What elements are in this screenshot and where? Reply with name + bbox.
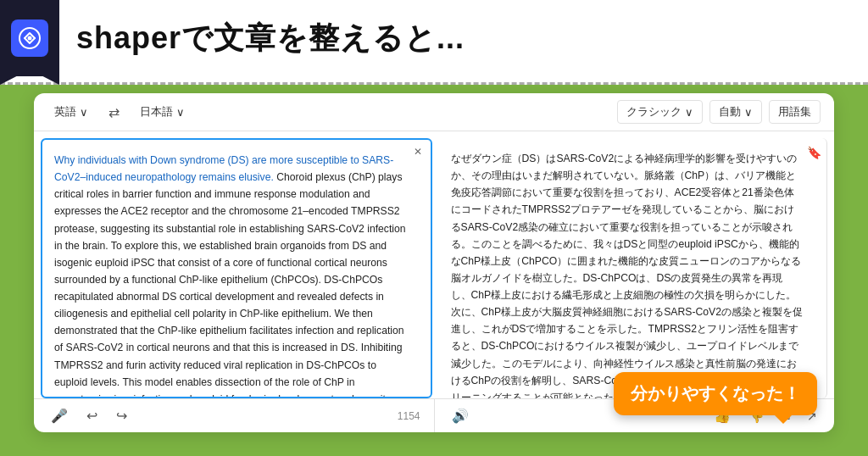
svg-point-1	[28, 36, 32, 41]
target-lang-label: 日本語	[140, 104, 173, 120]
auto-label: 自動	[719, 104, 741, 120]
style-selector[interactable]: クラシック ∨	[617, 100, 703, 124]
target-text-panel: なぜダウン症（DS）はSARS-CoV2による神経病理学的影響を受けやすいのか、…	[439, 138, 828, 398]
callout-text: 分かりやすくなった！	[631, 384, 800, 403]
content-area: Why individuals with Down syndrome (DS) …	[34, 131, 834, 398]
style-label: クラシック	[626, 104, 682, 120]
bottom-toolbar-left: 🎤 ↩ ↪ 1154	[34, 399, 435, 432]
toolbar-right: クラシック ∨ 自動 ∨ 用語集	[617, 100, 821, 124]
source-text-rest: Choroid plexus (ChP) plays critical role…	[54, 171, 406, 398]
auto-chevron: ∨	[744, 106, 753, 119]
glossary-label: 用語集	[778, 104, 811, 120]
source-lang-selector[interactable]: 英語 ∨	[47, 101, 95, 123]
close-button[interactable]: ✕	[410, 145, 426, 160]
page-title: shaperで文章を整えると...	[76, 18, 465, 59]
target-text: なぜダウン症（DS）はSARS-CoV2による神経病理学的影響を受けやすいのか、…	[451, 153, 803, 398]
style-chevron: ∨	[685, 106, 693, 119]
glossary-button[interactable]: 用語集	[769, 100, 821, 124]
bookmark-button[interactable]: 🔖	[807, 143, 821, 163]
logo-container	[0, 0, 59, 76]
redo-button[interactable]: ↪	[113, 406, 131, 425]
swap-icon[interactable]: ⇄	[108, 104, 120, 120]
header-banner: shaperで文章を整えると...	[0, 0, 868, 76]
undo-button[interactable]: ↩	[83, 406, 101, 425]
auto-selector[interactable]: 自動 ∨	[709, 100, 762, 124]
source-lang-label: 英語	[54, 104, 76, 120]
target-lang-selector[interactable]: 日本語 ∨	[133, 101, 192, 123]
callout-bubble: 分かりやすくなった！	[614, 372, 817, 415]
dashed-divider	[0, 76, 868, 85]
speaker-button[interactable]: 🔊	[448, 406, 472, 425]
top-toolbar: 英語 ∨ ⇄ 日本語 ∨ クラシック ∨ 自動 ∨ 用語集	[34, 93, 834, 131]
mic-button[interactable]: 🎤	[47, 406, 71, 425]
target-lang-chevron: ∨	[176, 106, 185, 119]
logo-icon	[11, 19, 48, 57]
char-count: 1154	[398, 410, 420, 422]
source-text-panel: Why individuals with Down syndrome (DS) …	[41, 138, 432, 398]
source-lang-chevron: ∨	[80, 106, 88, 119]
